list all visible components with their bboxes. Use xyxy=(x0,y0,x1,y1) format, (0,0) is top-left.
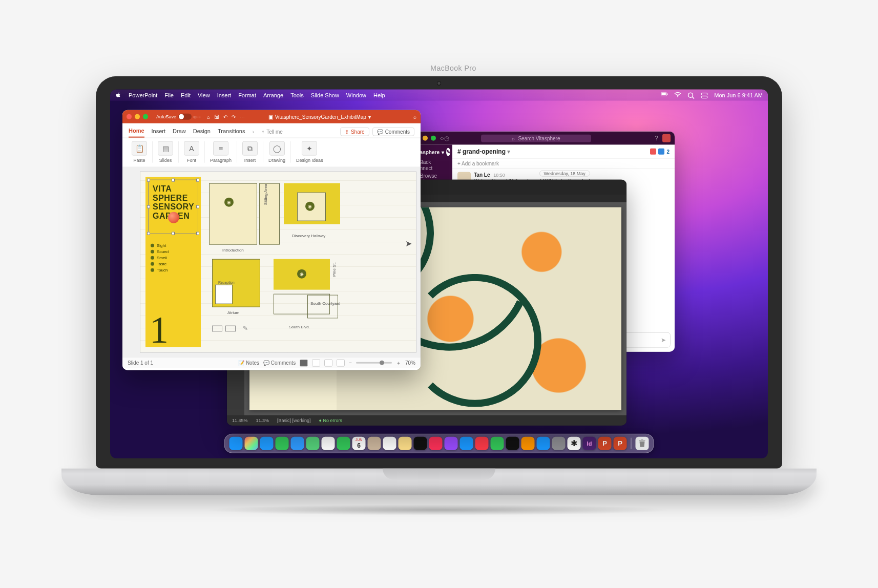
dock-app-news[interactable] xyxy=(475,437,489,450)
room[interactable] xyxy=(259,183,280,245)
dock-app-facetime[interactable] xyxy=(337,437,350,450)
tell-me[interactable]: ♀ Tell me xyxy=(261,129,283,134)
zoom-value[interactable]: 70% xyxy=(405,360,415,366)
menubar-item[interactable]: Format xyxy=(238,92,256,98)
dock-app-powerpoint[interactable]: P xyxy=(598,437,612,450)
tab-transitions[interactable]: Transitions xyxy=(218,126,245,137)
overflow-icon[interactable]: › xyxy=(252,129,254,135)
search-icon[interactable] xyxy=(687,92,695,98)
notes-toggle[interactable]: 📝 Notes xyxy=(238,360,259,366)
dock-app-slack[interactable]: ✱ xyxy=(568,437,581,450)
group-paragraph[interactable]: ≡Paragraph xyxy=(205,141,237,163)
dock-app-music[interactable] xyxy=(429,437,443,450)
group-design-ideas[interactable]: ✦Design Ideas xyxy=(291,141,328,163)
dock-app-notes[interactable] xyxy=(399,437,412,450)
menubar-item[interactable]: Insert xyxy=(217,92,232,98)
group-insert[interactable]: ⧉Insert xyxy=(237,141,263,163)
dock-app-keynote[interactable] xyxy=(460,437,473,450)
dock-app-podcasts[interactable] xyxy=(445,437,458,450)
redo-icon[interactable]: ↷ xyxy=(232,114,236,119)
dock-app-messages[interactable] xyxy=(276,437,289,450)
slide-thumbnails[interactable] xyxy=(122,167,136,357)
menubar-item[interactable]: Tools xyxy=(290,92,304,98)
dock-app-photos[interactable] xyxy=(322,437,335,450)
zoom-value[interactable]: 11.45% xyxy=(232,418,248,423)
tab-insert[interactable]: Insert xyxy=(152,126,166,137)
control-center-icon[interactable] xyxy=(701,92,708,98)
dock-app-appstore[interactable] xyxy=(537,437,550,450)
sense-marker-icon[interactable]: ◉ xyxy=(297,269,306,279)
zoom-in-icon[interactable]: ＋ xyxy=(396,359,401,366)
window-controls[interactable] xyxy=(127,114,152,119)
tab-draw[interactable]: Draw xyxy=(173,126,186,137)
channel-members[interactable]: 2 xyxy=(650,149,670,155)
room[interactable] xyxy=(307,295,338,319)
dock-app-pages[interactable] xyxy=(521,437,535,450)
tab-home[interactable]: Home xyxy=(129,125,144,138)
comments-toggle[interactable]: 💬 Comments xyxy=(263,360,296,366)
autosave-toggle[interactable]: AutoSave OFF xyxy=(156,114,201,120)
menubar-item[interactable]: Slide Show xyxy=(311,92,339,98)
zoom-out-icon[interactable]: − xyxy=(349,360,352,366)
slide-canvas[interactable]: VITA SPHERE SENSORY GARDEN xyxy=(140,172,416,353)
dock-app-maps[interactable] xyxy=(306,437,320,450)
dock-app-stocks[interactable] xyxy=(506,437,519,450)
wifi-icon[interactable] xyxy=(674,92,681,98)
battery-icon[interactable] xyxy=(661,92,668,98)
slack-search[interactable]: ⌕ Search Vitasphere xyxy=(481,134,591,142)
user-avatar-icon[interactable] xyxy=(662,134,671,142)
send-icon[interactable]: ➤ xyxy=(661,337,666,344)
menubar-item[interactable]: Window xyxy=(346,92,366,98)
clock-icon[interactable]: ◷ xyxy=(444,135,449,142)
dock-trash-icon[interactable] xyxy=(636,437,649,450)
view-normal-icon[interactable] xyxy=(300,359,308,366)
dock-app-settings[interactable] xyxy=(552,437,566,450)
dock-app-mail[interactable] xyxy=(291,437,304,450)
menubar-item[interactable]: Help xyxy=(373,92,385,98)
home-icon[interactable]: ⌂ xyxy=(207,114,210,119)
share-button[interactable]: ⇪Share xyxy=(340,127,369,136)
group-drawing[interactable]: ◯Drawing xyxy=(263,141,291,163)
room[interactable] xyxy=(215,285,233,304)
tab-design[interactable]: Design xyxy=(193,126,211,137)
dock-app-reminders[interactable] xyxy=(383,437,396,450)
menubar-item[interactable]: File xyxy=(164,92,174,98)
compose-icon[interactable]: ✎ xyxy=(446,148,450,156)
mode-value[interactable]: [Basic] [working] xyxy=(277,418,311,423)
dock-app-launchpad[interactable] xyxy=(245,437,258,450)
menubar-app-name[interactable]: PowerPoint xyxy=(129,92,157,98)
view-sorter-icon[interactable] xyxy=(312,359,320,366)
dock-app-safari[interactable] xyxy=(260,437,274,450)
menubar-clock[interactable]: Mon Jun 6 9:41 AM xyxy=(714,92,763,98)
dock-app-numbers[interactable] xyxy=(491,437,504,450)
sense-marker-icon[interactable]: ◉ xyxy=(305,202,315,211)
group-paste[interactable]: 📋Paste xyxy=(127,141,153,163)
selected-textbox[interactable]: VITA SPHERE SENSORY GARDEN xyxy=(149,180,198,234)
menubar-item[interactable]: View xyxy=(198,92,210,98)
group-slides[interactable]: ▤Slides xyxy=(153,141,179,163)
dock-app-indesign[interactable]: Id xyxy=(583,437,596,450)
menubar-item[interactable]: Edit xyxy=(181,92,191,98)
document-title[interactable]: ▣ Vitasphere_SensoryGarden_ExhibitMap ▾ xyxy=(268,114,371,119)
sense-marker-icon[interactable]: ◉ xyxy=(224,198,234,207)
dock-app-finder[interactable] xyxy=(229,437,243,450)
channel-name[interactable]: # grand-opening ▾ xyxy=(457,148,510,155)
view-reading-icon[interactable] xyxy=(324,359,332,366)
dock-app-tv[interactable] xyxy=(414,437,427,450)
apple-menu-icon[interactable] xyxy=(115,92,121,98)
menubar-item[interactable]: Arrange xyxy=(263,92,283,98)
undo-icon[interactable]: ↶ xyxy=(223,114,227,119)
dock-app-contacts[interactable] xyxy=(368,437,381,450)
help-icon[interactable]: ? xyxy=(655,135,658,142)
room[interactable] xyxy=(209,183,257,245)
dock-app-calendar[interactable]: JUN6 xyxy=(352,437,366,450)
add-bookmark[interactable]: + Add a bookmark xyxy=(452,159,675,169)
dock-app-last[interactable]: P xyxy=(614,437,627,450)
group-font[interactable]: AFont xyxy=(179,141,205,163)
save-icon[interactable]: 🖫 xyxy=(214,114,219,119)
message-author[interactable]: Tan Le xyxy=(474,172,490,178)
view-slideshow-icon[interactable] xyxy=(337,359,345,366)
zoom-slider[interactable] xyxy=(356,362,392,364)
title-search-icon[interactable]: ⌕ xyxy=(413,114,416,119)
comments-button[interactable]: 💬Comments xyxy=(372,127,414,136)
